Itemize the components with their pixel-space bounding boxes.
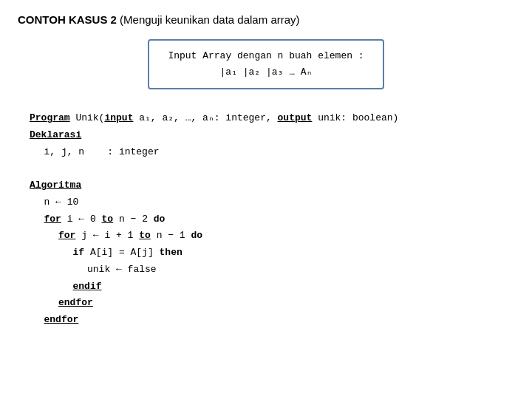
heading: CONTOH KASUS 2 (Menguji keunikan data da… <box>18 13 514 26</box>
if-line: if A[i] = A[j] then <box>73 245 515 262</box>
page: CONTOH KASUS 2 (Menguji keunikan data da… <box>0 0 532 399</box>
to1-keyword: to <box>102 214 114 225</box>
n-assign-line: n ← 10 <box>44 194 515 211</box>
to2-keyword: to <box>139 230 151 241</box>
for1-line: for i ← 0 to n − 2 do <box>44 211 515 228</box>
deklarasi-vars: i, j, n : integer <box>44 144 515 161</box>
program-keyword: Program <box>30 112 70 123</box>
do1-keyword: do <box>154 214 166 225</box>
for2-line: for j ← i + 1 to n − 1 do <box>58 228 514 245</box>
unik-assign-line: unik ← false <box>87 262 514 279</box>
input-keyword: input <box>104 112 133 123</box>
array-box-line2: |a₁ |a₂ |a₃ … Aₙ <box>161 64 371 81</box>
code-block: Program Unik(input a₁, a₂, …, aₙ: intege… <box>30 110 514 329</box>
array-box: Input Array dengan n buah elemen : |a₁ |… <box>148 39 384 89</box>
algoritma-keyword: Algoritma <box>30 180 81 191</box>
program-signature-line: Program Unik(input a₁, a₂, …, aₙ: intege… <box>30 110 514 127</box>
then-keyword: then <box>160 247 183 258</box>
if-keyword: if <box>73 247 85 258</box>
heading-bold: CONTOH KASUS 2 <box>18 13 117 26</box>
do2-keyword: do <box>191 230 202 241</box>
algoritma-label: Algoritma <box>30 177 514 194</box>
endif-line: endif <box>73 279 515 296</box>
heading-normal: (Menguji keunikan data dalam array) <box>117 13 300 26</box>
for2-keyword: for <box>58 230 75 241</box>
array-box-line1: Input Array dengan n buah elemen : <box>161 48 371 64</box>
endfor2-keyword: endfor <box>58 297 93 308</box>
endif-keyword: endif <box>73 281 102 292</box>
endfor1-line: endfor <box>44 312 515 329</box>
deklarasi-label: Deklarasi <box>30 127 514 144</box>
output-keyword: output <box>278 112 313 123</box>
for1-keyword: for <box>44 214 61 225</box>
endfor1-keyword: endfor <box>44 314 79 325</box>
blank-line <box>30 160 514 177</box>
deklarasi-keyword: Deklarasi <box>30 129 81 140</box>
endfor2-line: endfor <box>58 295 514 312</box>
